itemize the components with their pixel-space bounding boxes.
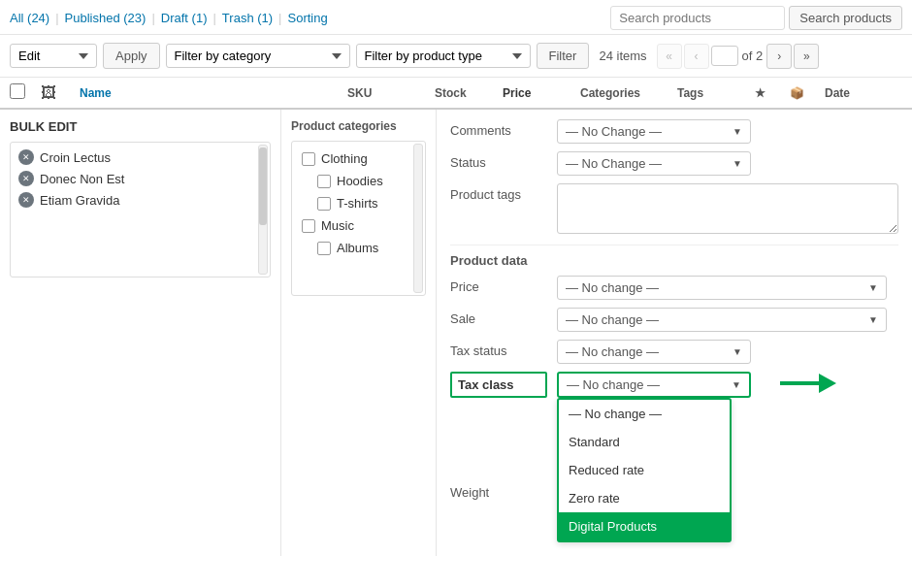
next-page-button[interactable]: › [766, 44, 792, 69]
scrollbar-thumb [259, 147, 267, 225]
remove-item-1-button[interactable] [18, 149, 34, 165]
product-tags-textarea[interactable] [557, 183, 898, 234]
status-dropdown-arrow: ▼ [733, 158, 742, 169]
categories-scrollbar[interactable] [413, 144, 423, 293]
checkbox-all-cell[interactable] [10, 83, 41, 102]
category-list-inner: Clothing Hoodies T-shirts Music [292, 142, 425, 265]
status-value: — No Change — [566, 156, 662, 171]
category-filter-select[interactable]: Filter by category [166, 44, 350, 68]
nav-links: All (24) | Published (23) | Draft (1) | … [10, 11, 328, 25]
apply-button[interactable]: Apply [103, 43, 160, 69]
sale-dropdown-arrow: ▼ [868, 314, 878, 325]
comments-dropdown[interactable]: — No Change — ▼ [557, 119, 751, 144]
sale-row: Sale — No change — ▼ [450, 308, 898, 332]
category-label-albums[interactable]: Albums [337, 241, 378, 255]
th-stock: Stock [435, 86, 503, 100]
bulk-edit-scrollbar[interactable] [258, 145, 268, 275]
th-type: 📦 [790, 86, 825, 100]
tax-class-option-zero[interactable]: Zero rate [559, 484, 730, 512]
last-page-button[interactable]: » [794, 44, 819, 69]
tax-status-row: Tax status — No change — ▼ [450, 340, 898, 364]
tax-class-option-no-change[interactable]: — No change — [559, 400, 730, 428]
remove-item-2-button[interactable] [18, 171, 34, 186]
tax-class-dropdown-menu: — No change — Standard Reduced rate Zero… [557, 398, 732, 542]
tax-class-option-standard[interactable]: Standard [559, 428, 730, 456]
tax-class-option-reduced[interactable]: Reduced rate [559, 456, 730, 484]
tax-status-dropdown-arrow: ▼ [733, 346, 742, 357]
page-input[interactable]: 1 [711, 46, 738, 66]
tax-status-label: Tax status [450, 340, 547, 358]
price-label: Price [450, 276, 547, 294]
tax-class-dropdown-arrow: ▼ [732, 379, 741, 390]
tax-class-dropdown-container: — No change — ▼ — No change — Standard R… [557, 372, 751, 398]
price-dropdown[interactable]: — No change — ▼ [557, 276, 887, 300]
category-item-albums: Albums [296, 237, 421, 259]
th-tags: Tags [677, 86, 755, 100]
category-item-tshirts: T-shirts [296, 192, 421, 214]
select-all-checkbox[interactable] [10, 83, 25, 99]
category-label-hoodies[interactable]: Hoodies [337, 174, 383, 188]
prev-page-button[interactable]: ‹ [684, 44, 709, 69]
nav-all[interactable]: All (24) [10, 11, 49, 25]
nav-trash[interactable]: Trash (1) [222, 11, 273, 25]
status-label: Status [450, 151, 547, 170]
items-count: 24 items [599, 49, 646, 63]
remove-item-3-button[interactable] [18, 192, 34, 208]
sep2: | [151, 11, 154, 25]
filter-button[interactable]: Filter [537, 43, 590, 69]
tax-status-dropdown[interactable]: — No change — ▼ [557, 340, 751, 364]
bulk-edit-item: Etiam Gravida [11, 189, 270, 211]
sep4: | [278, 11, 281, 25]
bulk-edit-panel: BULK EDIT Croin Lectus Donec Non Est Eti… [0, 110, 281, 556]
status-dropdown[interactable]: — No Change — ▼ [557, 151, 751, 176]
price-dropdown-arrow: ▼ [868, 282, 878, 293]
bulk-edit-list: Croin Lectus Donec Non Est Etiam Gravida [10, 142, 271, 278]
form-panel: Comments — No Change — ▼ Status — No Cha… [437, 110, 912, 556]
sep3: | [212, 11, 215, 25]
th-date: Date [825, 86, 902, 100]
search-input[interactable] [610, 6, 785, 30]
th-name[interactable]: Name [80, 86, 347, 100]
image-column-icon: 🖼 [41, 84, 80, 102]
product-tags-row: Product tags [450, 183, 898, 237]
scrollbar-track [258, 145, 268, 275]
bulk-edit-items: Croin Lectus Donec Non Est Etiam Gravida [11, 143, 270, 214]
weight-label: Weight [450, 481, 547, 500]
th-price[interactable]: Price [503, 86, 580, 100]
sale-dropdown[interactable]: — No change — ▼ [557, 308, 887, 332]
first-page-button[interactable]: « [657, 44, 682, 69]
product-tags-label: Product tags [450, 183, 547, 202]
category-checkbox-music[interactable] [302, 219, 315, 233]
sale-label: Sale [450, 308, 547, 326]
bulk-item-3-name: Etiam Gravida [40, 193, 119, 208]
comments-value: — No Change — [566, 124, 662, 139]
category-list: Clothing Hoodies T-shirts Music [291, 141, 426, 296]
categories-panel-title: Product categories [291, 119, 426, 133]
category-item-hoodies: Hoodies [296, 170, 421, 192]
tax-class-option-digital[interactable]: Digital Products [559, 512, 730, 540]
pagination: « ‹ 1 of 2 › » [657, 44, 820, 69]
product-type-filter-select[interactable]: Filter by product type [356, 44, 531, 68]
category-checkbox-clothing[interactable] [302, 152, 315, 166]
product-data-title: Product data [450, 245, 898, 268]
category-label-music[interactable]: Music [321, 218, 354, 233]
bulk-item-1-name: Croin Lectus [40, 150, 111, 165]
category-checkbox-albums[interactable] [317, 242, 331, 255]
nav-draft[interactable]: Draft (1) [161, 11, 208, 25]
tax-class-dropdown[interactable]: — No change — ▼ [557, 372, 751, 398]
bulk-edit-title: BULK EDIT [10, 119, 271, 134]
category-checkbox-hoodies[interactable] [317, 175, 331, 188]
page-of: of 2 [742, 49, 764, 63]
nav-sorting[interactable]: Sorting [288, 11, 328, 25]
tax-status-value: — No change — [566, 344, 659, 359]
category-label-clothing[interactable]: Clothing [321, 151, 368, 166]
tax-class-value: — No change — [567, 377, 660, 392]
search-button[interactable]: Search products [789, 6, 902, 30]
sep1: | [55, 11, 58, 25]
category-checkbox-tshirts[interactable] [317, 197, 331, 211]
arrow-indicator [780, 374, 836, 398]
category-label-tshirts[interactable]: T-shirts [337, 196, 378, 211]
filter-bar: Edit Apply Filter by category Filter by … [0, 35, 912, 78]
edit-select[interactable]: Edit [10, 44, 97, 68]
nav-published[interactable]: Published (23) [65, 11, 147, 25]
